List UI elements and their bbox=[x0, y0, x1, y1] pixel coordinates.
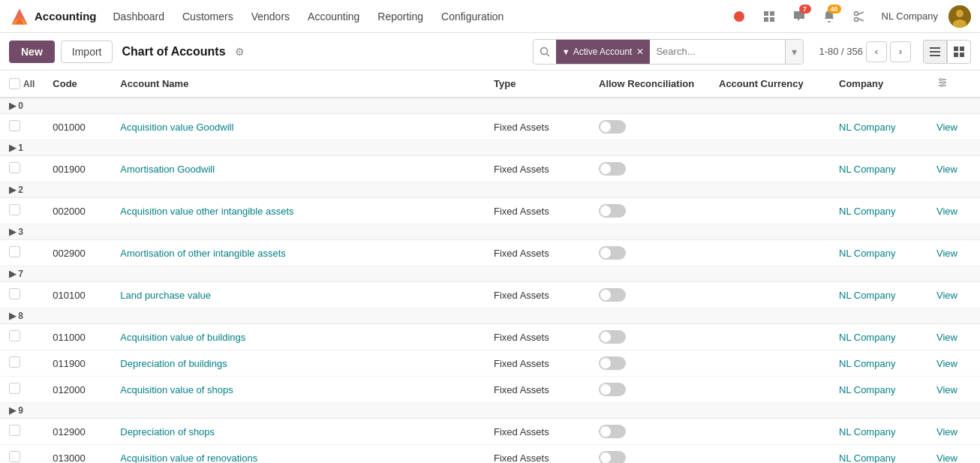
account-name-link[interactable]: Amortisation of other intangible assets bbox=[120, 248, 285, 259]
account-name-link[interactable]: Acquisition value of shops bbox=[120, 384, 233, 395]
account-name-link[interactable]: Acquisition value of buildings bbox=[120, 332, 245, 343]
row-account-name[interactable]: Amortisation of other intangible assets bbox=[111, 240, 485, 266]
next-page-button[interactable]: › bbox=[890, 41, 911, 62]
group-toggle-icon[interactable]: ▶ 3 bbox=[9, 227, 23, 237]
group-label[interactable]: ▶ 9 bbox=[0, 403, 980, 419]
row-checkbox[interactable] bbox=[9, 204, 20, 215]
list-view-button[interactable] bbox=[923, 40, 947, 64]
header-company[interactable]: Company bbox=[830, 71, 927, 98]
reconciliation-toggle[interactable] bbox=[599, 120, 626, 134]
group-toggle-icon[interactable]: ▶ 2 bbox=[9, 185, 23, 195]
search-dropdown-button[interactable]: ▾ bbox=[785, 40, 803, 64]
reconciliation-toggle[interactable] bbox=[599, 330, 626, 344]
settings-icon[interactable]: ⚙ bbox=[235, 46, 245, 58]
red-dot-button[interactable] bbox=[727, 5, 751, 29]
group-toggle-icon[interactable]: ▶ 7 bbox=[9, 269, 23, 279]
nav-configuration[interactable]: Configuration bbox=[434, 6, 511, 27]
remove-filter-button[interactable]: ✕ bbox=[636, 47, 644, 57]
header-account-name[interactable]: Account Name bbox=[111, 71, 485, 98]
row-view-action[interactable]: View bbox=[927, 324, 980, 350]
reconciliation-toggle[interactable] bbox=[599, 246, 626, 260]
group-label[interactable]: ▶ 7 bbox=[0, 266, 980, 282]
company-name[interactable]: NL Company bbox=[882, 11, 938, 22]
scissors-button[interactable] bbox=[847, 5, 871, 29]
group-label[interactable]: ▶ 8 bbox=[0, 308, 980, 324]
notification-button[interactable]: 40 bbox=[817, 5, 841, 29]
prev-page-button[interactable]: ‹ bbox=[866, 41, 887, 62]
row-account-name[interactable]: Depreciation of shops bbox=[111, 419, 485, 445]
group-label[interactable]: ▶ 3 bbox=[0, 224, 980, 240]
row-checkbox[interactable] bbox=[9, 288, 20, 299]
account-name-link[interactable]: Acquisition value other intangible asset… bbox=[120, 206, 293, 217]
reconciliation-toggle[interactable] bbox=[599, 451, 626, 463]
view-link[interactable]: View bbox=[936, 426, 957, 437]
grid-button[interactable] bbox=[757, 5, 781, 29]
group-label[interactable]: ▶ 0 bbox=[0, 98, 980, 114]
row-checkbox[interactable] bbox=[9, 246, 20, 257]
group-toggle-icon[interactable]: ▶ 0 bbox=[9, 101, 23, 111]
nav-customers[interactable]: Customers bbox=[175, 6, 241, 27]
search-input[interactable] bbox=[650, 46, 785, 57]
view-link[interactable]: View bbox=[936, 452, 957, 464]
reconciliation-toggle[interactable] bbox=[599, 383, 626, 396]
row-account-name[interactable]: Land purchase value bbox=[111, 282, 485, 308]
user-avatar[interactable] bbox=[948, 5, 971, 28]
row-view-action[interactable]: View bbox=[927, 350, 980, 377]
group-toggle-icon[interactable]: ▶ 9 bbox=[9, 405, 23, 416]
row-view-action[interactable]: View bbox=[927, 156, 980, 182]
header-type[interactable]: Type bbox=[485, 71, 590, 98]
nav-reporting[interactable]: Reporting bbox=[370, 6, 431, 27]
reconciliation-toggle[interactable] bbox=[599, 425, 626, 438]
row-account-name[interactable]: Acquisition value of renovations bbox=[111, 445, 485, 464]
app-logo[interactable]: Accounting bbox=[9, 6, 97, 27]
nav-accounting[interactable]: Accounting bbox=[300, 6, 367, 27]
account-name-link[interactable]: Depreciation of buildings bbox=[120, 358, 227, 369]
account-name-link[interactable]: Acquisition value Goodwill bbox=[120, 122, 233, 133]
view-link[interactable]: View bbox=[936, 332, 957, 343]
view-link[interactable]: View bbox=[936, 206, 957, 217]
account-name-link[interactable]: Depreciation of shops bbox=[120, 426, 215, 437]
row-view-action[interactable]: View bbox=[927, 114, 980, 140]
row-checkbox[interactable] bbox=[9, 383, 20, 394]
row-checkbox[interactable] bbox=[9, 451, 20, 462]
select-all-checkbox[interactable] bbox=[9, 78, 20, 89]
reconciliation-toggle[interactable] bbox=[599, 162, 626, 176]
account-name-link[interactable]: Acquisition value of renovations bbox=[120, 452, 257, 464]
row-account-name[interactable]: Acquisition value other intangible asset… bbox=[111, 198, 485, 224]
kanban-view-button[interactable] bbox=[947, 40, 971, 64]
group-label[interactable]: ▶ 1 bbox=[0, 140, 980, 156]
view-link[interactable]: View bbox=[936, 358, 957, 369]
row-view-action[interactable]: View bbox=[927, 240, 980, 266]
group-toggle-icon[interactable]: ▶ 1 bbox=[9, 143, 23, 153]
group-toggle-icon[interactable]: ▶ 8 bbox=[9, 311, 23, 321]
header-currency[interactable]: Account Currency bbox=[710, 71, 830, 98]
nav-vendors[interactable]: Vendors bbox=[244, 6, 297, 27]
row-view-action[interactable]: View bbox=[927, 282, 980, 308]
view-link[interactable]: View bbox=[936, 164, 957, 175]
row-account-name[interactable]: Acquisition value of buildings bbox=[111, 324, 485, 350]
row-checkbox[interactable] bbox=[9, 425, 20, 436]
row-checkbox[interactable] bbox=[9, 120, 20, 131]
view-link[interactable]: View bbox=[936, 290, 957, 301]
header-reconciliation[interactable]: Allow Reconciliation bbox=[590, 71, 710, 98]
nav-dashboard[interactable]: Dashboard bbox=[106, 6, 173, 27]
row-checkbox[interactable] bbox=[9, 356, 20, 368]
row-checkbox[interactable] bbox=[9, 330, 20, 341]
header-code[interactable]: Code bbox=[44, 71, 111, 98]
row-view-action[interactable]: View bbox=[927, 445, 980, 464]
chat-button[interactable]: 7 bbox=[787, 5, 811, 29]
account-name-link[interactable]: Amortisation Goodwill bbox=[120, 164, 215, 175]
column-options-icon[interactable] bbox=[936, 77, 948, 89]
view-link[interactable]: View bbox=[936, 248, 957, 259]
row-account-name[interactable]: Acquisition value Goodwill bbox=[111, 114, 485, 140]
row-view-action[interactable]: View bbox=[927, 198, 980, 224]
import-button[interactable]: Import bbox=[61, 41, 113, 63]
account-name-link[interactable]: Land purchase value bbox=[120, 290, 211, 301]
view-link[interactable]: View bbox=[936, 384, 957, 395]
row-checkbox[interactable] bbox=[9, 162, 20, 173]
reconciliation-toggle[interactable] bbox=[599, 356, 626, 370]
reconciliation-toggle[interactable] bbox=[599, 288, 626, 302]
reconciliation-toggle[interactable] bbox=[599, 204, 626, 218]
view-link[interactable]: View bbox=[936, 122, 957, 133]
row-view-action[interactable]: View bbox=[927, 377, 980, 403]
